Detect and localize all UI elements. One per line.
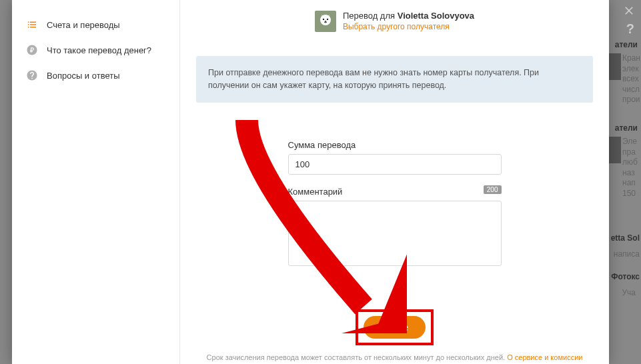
footer-note: Срок зачисления перевода может составлят… — [180, 345, 609, 365]
char-counter: 200 — [484, 185, 502, 194]
header-text: Перевод для Violetta Solovyova Выбрать д… — [343, 11, 474, 31]
amount-group: Сумма перевода — [288, 140, 502, 175]
bg-text: Кран элек всех числ прои — [622, 53, 641, 105]
amount-label: Сумма перевода — [288, 140, 502, 150]
change-recipient-link[interactable]: Выбрать другого получателя — [343, 22, 474, 31]
next-button[interactable]: Далее — [364, 316, 426, 339]
sidebar-item-label: Что такое перевод денег? — [47, 45, 151, 55]
transfer-title: Перевод для Violetta Solovyova — [343, 11, 474, 21]
bg-text: Фотокс — [611, 272, 640, 281]
sidebar-item-faq-what[interactable]: Что такое перевод денег? — [12, 37, 179, 63]
transfer-form: Сумма перевода Комментарий 200 Далее — [180, 103, 609, 345]
bg-text: etta Sol — [611, 233, 640, 243]
question-icon — [25, 69, 39, 82]
svg-point-3 — [327, 19, 328, 20]
bg-text: атели — [615, 123, 638, 133]
svg-point-2 — [323, 19, 324, 20]
recipient-avatar — [315, 11, 336, 32]
sidebar-item-label: Вопросы и ответы — [47, 71, 119, 81]
close-button[interactable] — [622, 4, 636, 19]
sidebar: Счета и переводы Что такое перевод денег… — [12, 0, 180, 364]
submit-highlight: Далее — [356, 309, 434, 345]
recipient-name: Violetta Solovyova — [398, 11, 474, 21]
ruble-icon — [25, 43, 39, 57]
bg-text: Уча — [622, 288, 636, 297]
comment-group: Комментарий 200 — [288, 187, 502, 268]
info-box: При отправке денежного перевода вам не н… — [196, 56, 593, 103]
comment-textarea[interactable] — [288, 201, 502, 266]
transfer-modal: Счета и переводы Что такое перевод денег… — [12, 0, 609, 364]
bg-text: атели — [615, 40, 638, 49]
bg-text: Эле пра люб наз нап 150 — [622, 137, 640, 199]
main-content: Перевод для Violetta Solovyova Выбрать д… — [180, 0, 609, 364]
help-button[interactable]: ? — [626, 21, 634, 37]
list-icon — [25, 18, 39, 31]
svg-point-4 — [325, 21, 326, 22]
service-info-link[interactable]: О сервисе и комиссии — [507, 353, 582, 361]
submit-wrap: Далее — [356, 309, 434, 345]
sidebar-item-accounts[interactable]: Счета и переводы — [12, 12, 179, 37]
comment-label: Комментарий — [288, 187, 502, 197]
sidebar-item-qa[interactable]: Вопросы и ответы — [12, 63, 179, 88]
footer-text: Срок зачисления перевода может составлят… — [207, 353, 508, 361]
amount-input[interactable] — [288, 154, 502, 175]
bg-text: написа — [614, 249, 640, 259]
svg-point-1 — [320, 15, 331, 25]
sidebar-item-label: Счета и переводы — [47, 20, 120, 30]
title-prefix: Перевод для — [343, 11, 398, 21]
header: Перевод для Violetta Solovyova Выбрать д… — [180, 0, 609, 41]
